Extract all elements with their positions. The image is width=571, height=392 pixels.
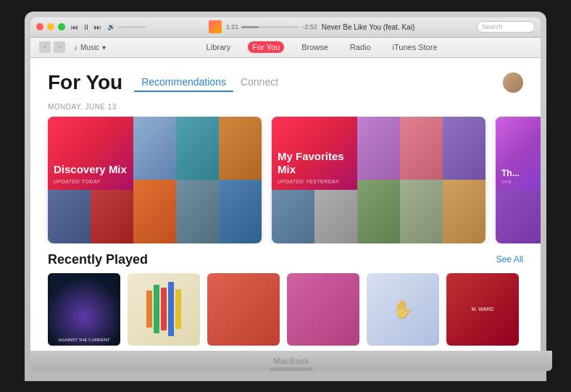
now-playing-track: Never Be Like You (feat. Kai)	[322, 23, 414, 31]
location-bar: ♪ Music ▾	[74, 43, 106, 51]
mixes-row: Discovery Mix Updated Today	[30, 117, 541, 243]
forward-button[interactable]: ›	[54, 41, 65, 53]
fav-tile-8	[357, 180, 400, 243]
recent-card-2[interactable]	[128, 273, 200, 346]
header-top-row: For You Recommendations Connect	[48, 71, 286, 94]
discovery-mix-updated: Updated Today	[54, 179, 128, 184]
screen-bezel: ⏮ ⏸ ⏭ 🔊 1:21	[30, 17, 541, 351]
fav-tile-9	[400, 180, 443, 243]
nav-tabs: Library For You Browse Radio iTunes Stor…	[112, 41, 532, 53]
sub-tabs: Recommendations Connect	[134, 73, 286, 92]
time-elapsed: 1:21	[226, 23, 239, 30]
time-remaining: -2:52	[302, 23, 317, 30]
nav-tab-itunes-store[interactable]: iTunes Store	[388, 41, 442, 53]
song-progress: 1:21 -2:52	[226, 23, 317, 30]
partial-updated: UPD...	[501, 180, 541, 184]
date-label: Monday, June 13	[30, 99, 541, 117]
volume-control: 🔊	[107, 23, 146, 30]
recent-card-5[interactable]: ✋	[367, 273, 439, 346]
nav-tab-browse[interactable]: Browse	[297, 41, 333, 53]
progress-fill	[241, 26, 259, 28]
tile-5	[219, 117, 262, 180]
nav-tab-radio[interactable]: Radio	[346, 41, 375, 53]
page-header: For You Recommendations Connect	[30, 58, 541, 99]
discovery-mix-title: Discovery Mix	[54, 163, 128, 176]
now-playing-bar: 1:21 -2:52 Never Be Like You (feat. Kai)	[146, 20, 477, 33]
progress-bar[interactable]	[241, 26, 299, 28]
nav-arrows: ‹ ›	[39, 41, 65, 53]
tile-10	[219, 180, 262, 243]
see-all-button[interactable]: See All	[496, 254, 523, 264]
fast-forward-button[interactable]: ⏭	[94, 23, 101, 31]
title-bar: ⏮ ⏸ ⏭ 🔊 1:21	[30, 17, 541, 38]
recent-card-1[interactable]: AGAINST THE CURRENT	[48, 273, 120, 346]
album-thumbnail	[209, 20, 222, 33]
transport-controls: ⏮ ⏸ ⏭	[71, 23, 101, 31]
location-label: Music	[80, 43, 99, 51]
volume-icon: 🔊	[107, 23, 115, 30]
discovery-mix-card[interactable]: Discovery Mix Updated Today	[48, 117, 262, 243]
recent-card-4[interactable]	[287, 273, 359, 346]
tab-recommendations[interactable]: Recommendations	[134, 73, 233, 92]
main-content: For You Recommendations Connect Monday, …	[30, 58, 541, 351]
screen-content: ⏮ ⏸ ⏭ 🔊 1:21	[30, 17, 541, 351]
tab-connect[interactable]: Connect	[233, 73, 286, 92]
rewind-button[interactable]: ⏮	[71, 23, 78, 31]
fav-tile-4	[400, 117, 443, 180]
search-placeholder: Search	[482, 23, 503, 30]
nav-tab-library[interactable]: Library	[202, 41, 236, 53]
favorites-mix-card[interactable]: My Favorites Mix Updated Yesterday	[272, 117, 485, 243]
header-right	[503, 72, 523, 93]
laptop-brand-label: MacBook	[273, 356, 309, 365]
partial-mix-title: Th...	[501, 168, 541, 178]
partial-overlay: Th... UPD...	[496, 117, 541, 191]
traffic-lights	[36, 23, 65, 30]
laptop-bottom: MacBook	[30, 351, 552, 371]
back-button[interactable]: ‹	[39, 41, 51, 53]
favorites-mix-title: My Favorites Mix	[278, 150, 351, 176]
nav-bar: ‹ › ♪ Music ▾ Library For You Browse Rad…	[30, 38, 541, 58]
album-art	[209, 20, 222, 33]
fav-tile-5	[443, 117, 485, 180]
partial-mix-card[interactable]: Th... UPD...	[496, 117, 541, 243]
close-button[interactable]	[36, 23, 43, 30]
tile-9	[176, 180, 219, 243]
recently-played-title: Recently Played	[48, 252, 148, 267]
page-title: For You	[48, 71, 122, 94]
trackpad-notch	[270, 367, 313, 371]
play-pause-button[interactable]: ⏸	[83, 23, 90, 31]
tile-4	[176, 117, 219, 180]
search-box[interactable]: Search	[477, 21, 535, 33]
discovery-overlay: Discovery Mix Updated Today	[48, 117, 133, 191]
recent-cards-row: AGAINST THE CURRENT	[30, 273, 541, 346]
tile-8	[133, 180, 176, 243]
tile-3	[133, 117, 176, 180]
maximize-button[interactable]	[58, 23, 65, 30]
fav-tile-3	[357, 117, 400, 180]
recently-played-header: Recently Played See All	[30, 243, 541, 273]
song-title: Never Be Like You (feat. Kai)	[322, 23, 414, 31]
dropdown-icon[interactable]: ▾	[102, 43, 106, 51]
recent-card-6[interactable]: M. WARD	[446, 273, 519, 346]
laptop-body: ⏮ ⏸ ⏭ 🔊 1:21	[25, 12, 546, 381]
favorites-mix-updated: Updated Yesterday	[278, 179, 351, 184]
recent-card-3[interactable]	[207, 273, 280, 346]
minimize-button[interactable]	[47, 23, 54, 30]
fav-tile-10	[443, 180, 485, 243]
user-avatar[interactable]	[503, 72, 523, 93]
music-icon: ♪	[74, 43, 78, 51]
favorites-overlay: My Favorites Mix Updated Yesterday	[272, 117, 357, 191]
volume-slider[interactable]	[117, 26, 146, 28]
nav-tab-for-you[interactable]: For You	[248, 41, 284, 53]
